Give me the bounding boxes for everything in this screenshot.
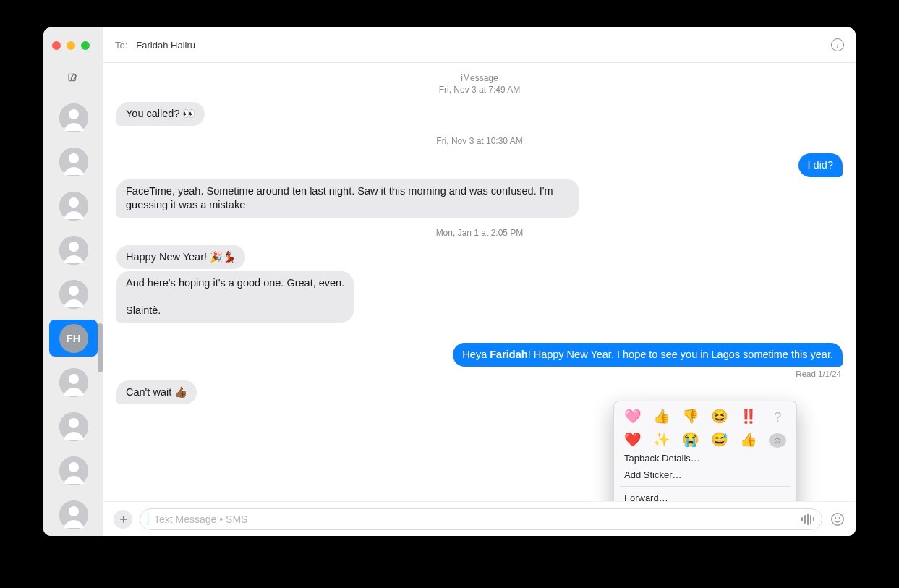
waveform-icon: [807, 514, 809, 525]
details-button[interactable]: i: [831, 38, 844, 51]
minimize-window-button[interactable]: [67, 41, 75, 50]
message-bold-span: Faridah: [490, 349, 527, 360]
reaction-sob[interactable]: 😭: [682, 431, 699, 448]
to-label: To:: [115, 40, 127, 51]
outgoing-message[interactable]: I did?: [798, 153, 843, 177]
waveform-icon: [801, 517, 803, 521]
svg-point-19: [832, 513, 844, 525]
avatar-placeholder-icon: [59, 368, 88, 397]
audio-record-button[interactable]: [801, 514, 814, 525]
incoming-message[interactable]: Happy New Year! 🎉💃🏾: [116, 245, 245, 269]
message-input[interactable]: Text Message • SMS: [140, 508, 822, 530]
conversation-item[interactable]: [49, 276, 98, 312]
menu-separator: [620, 486, 791, 487]
tapback-haha[interactable]: 😆: [711, 408, 728, 427]
info-icon: i: [836, 41, 838, 49]
emoji-reactions-row: ❤️ ✨ 😭 😅 👍 ☺: [614, 429, 796, 450]
fullscreen-window-button[interactable]: [81, 41, 90, 50]
compose-new-message-button[interactable]: [67, 72, 79, 85]
svg-point-18: [69, 506, 79, 516]
to-recipient-name[interactable]: Faridah Haliru: [136, 40, 195, 51]
svg-point-2: [69, 109, 79, 119]
message-text-span: ! Happy New Year. I hope to see you in L…: [528, 349, 833, 360]
avatar-placeholder-icon: [59, 412, 88, 441]
conversation-item[interactable]: [49, 496, 98, 533]
avatar-placeholder-icon: [59, 192, 88, 221]
waveform-icon: [804, 515, 806, 524]
tapback-heart[interactable]: 🩷: [624, 408, 642, 427]
conversation-item[interactable]: [49, 143, 98, 180]
reaction-more-button[interactable]: ☺: [769, 431, 786, 448]
tapback-thumbs-up[interactable]: 👍: [653, 408, 670, 427]
avatar-placeholder-icon: [59, 456, 88, 485]
sidebar-scrollbar-thumb[interactable]: [98, 323, 103, 372]
compose-icon: [67, 72, 79, 83]
timestamp: Mon, Jan 1 at 2:05 PM: [116, 228, 843, 238]
reaction-red-heart[interactable]: ❤️: [624, 431, 642, 448]
conversation-item[interactable]: [49, 364, 98, 401]
svg-point-21: [839, 517, 840, 519]
messages-scroll[interactable]: iMessage Fri, Nov 3 at 7:49 AM You calle…: [103, 63, 856, 501]
compose-bar: ＋ Text Message • SMS: [103, 501, 856, 536]
avatar-placeholder-icon: [59, 148, 88, 176]
avatar-placeholder-icon: [59, 280, 88, 309]
menu-add-sticker[interactable]: Add Sticker…: [614, 466, 796, 483]
svg-point-8: [69, 242, 79, 252]
plus-icon: ＋: [117, 511, 129, 527]
svg-point-6: [69, 197, 79, 208]
message-text-span: Heya: [462, 349, 490, 360]
conversation-item-selected[interactable]: FH: [49, 320, 98, 357]
conversation-item[interactable]: [49, 187, 98, 224]
message-context-menu: 🩷 👍 👎 😆 ‼️ ？ ❤️ ✨ 😭 😅 👍 ☺ Tapback Detail…: [613, 401, 797, 501]
window-traffic-lights: [52, 41, 90, 50]
apps-plus-button[interactable]: ＋: [114, 510, 132, 529]
read-receipt: Read 1/1/24: [116, 370, 841, 378]
messages-window: FH To: Faridah Haliru i: [43, 27, 856, 536]
incoming-message[interactable]: And here's hoping it's a good one. Great…: [116, 271, 354, 323]
avatar-initials: FH: [59, 324, 88, 353]
conversation-item[interactable]: [49, 452, 98, 489]
smiley-icon: [830, 511, 845, 527]
tapback-question[interactable]: ？: [769, 408, 786, 427]
tapback-exclaim[interactable]: ‼️: [740, 408, 757, 427]
tapback-thumbs-down[interactable]: 👎: [682, 408, 699, 427]
avatar-placeholder-icon: [59, 236, 88, 265]
main-panel: To: Faridah Haliru i iMessage Fri, Nov 3…: [103, 27, 856, 536]
svg-point-12: [69, 374, 79, 384]
message-input-placeholder: Text Message • SMS: [154, 514, 247, 525]
svg-point-20: [835, 517, 836, 519]
conversation-item[interactable]: [49, 408, 98, 445]
compose-row: [43, 63, 103, 93]
sidebar: FH: [43, 27, 103, 536]
close-window-button[interactable]: [52, 41, 61, 50]
menu-tapback-details[interactable]: Tapback Details…: [614, 450, 796, 466]
service-label: iMessage: [116, 73, 843, 83]
conversation-item[interactable]: [49, 231, 98, 268]
timestamp: Fri, Nov 3 at 7:49 AM: [116, 85, 843, 95]
incoming-message[interactable]: You called? 👀: [116, 102, 205, 126]
avatar-placeholder-icon: [59, 103, 88, 132]
window-titlebar: [43, 27, 103, 63]
waveform-icon: [810, 515, 811, 524]
tapback-reactions-row: 🩷 👍 👎 😆 ‼️ ？: [614, 406, 796, 429]
reaction-sweat-smile[interactable]: 😅: [711, 431, 728, 448]
outgoing-message[interactable]: Heya Faridah! Happy New Year. I hope to …: [453, 343, 843, 367]
conversation-list[interactable]: FH: [43, 96, 103, 536]
reaction-sparkles[interactable]: ✨: [653, 431, 670, 448]
avatar-placeholder-icon: [59, 500, 88, 529]
timestamp: Fri, Nov 3 at 10:30 AM: [116, 136, 843, 146]
waveform-icon: [813, 517, 814, 521]
incoming-message[interactable]: Can't wait 👍🏾: [116, 380, 197, 404]
svg-point-4: [69, 153, 79, 163]
text-caret: [148, 514, 148, 525]
conversation-item[interactable]: [49, 99, 98, 136]
emoji-picker-button[interactable]: [830, 511, 845, 527]
conversation-header: To: Faridah Haliru i: [103, 27, 856, 63]
svg-point-14: [69, 418, 79, 428]
smiley-icon: ☺: [769, 433, 786, 448]
svg-point-16: [69, 462, 79, 472]
svg-point-10: [69, 286, 79, 296]
reaction-thumbs-up[interactable]: 👍: [740, 431, 757, 448]
menu-forward[interactable]: Forward…: [614, 490, 796, 501]
incoming-message[interactable]: FaceTime, yeah. Sometime around ten last…: [116, 179, 579, 217]
